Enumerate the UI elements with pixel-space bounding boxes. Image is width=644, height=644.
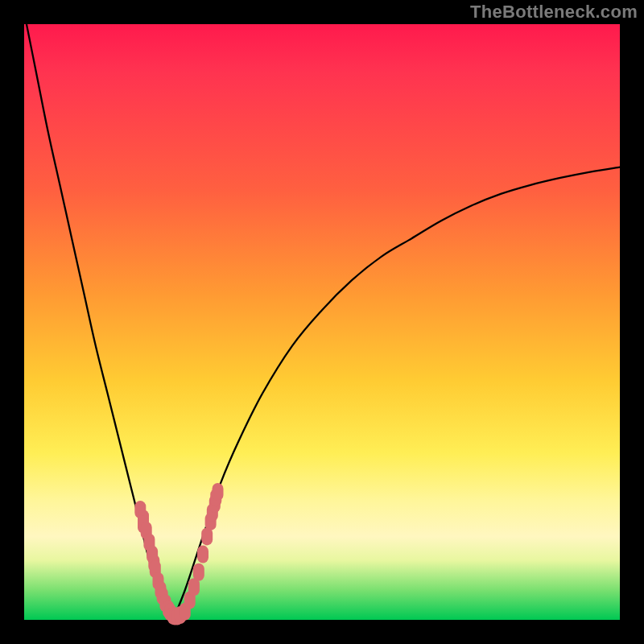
plot-area [24,24,620,620]
bottleneck-curve [173,167,620,620]
curve-layer [24,12,620,620]
chart-container: TheBottleneck.com [0,0,644,644]
watermark-text: TheBottleneck.com [470,2,638,23]
data-marker [197,546,208,564]
data-marker [213,483,224,501]
chart-svg [24,24,620,620]
data-marker [193,564,204,581]
